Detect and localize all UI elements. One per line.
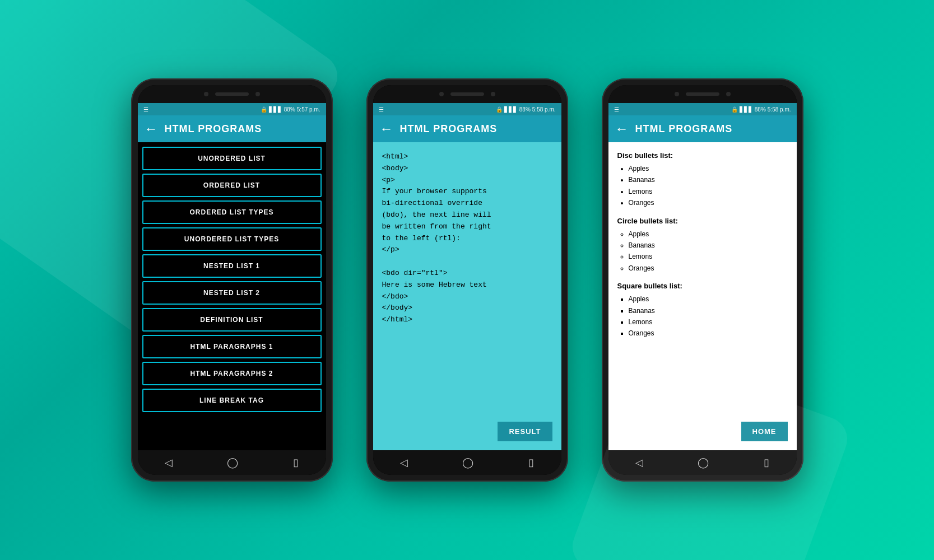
- list-item: Bananas: [629, 174, 788, 185]
- result-button[interactable]: RESULT: [498, 422, 552, 441]
- speaker-bar-2: [450, 92, 484, 96]
- screen-content-1: UNORDERED LIST ORDERED LIST ORDERED LIST…: [138, 142, 326, 450]
- menu-item-ordered-list-types[interactable]: ORDERED LIST TYPES: [142, 200, 322, 224]
- status-icon-1: ☰: [143, 106, 148, 113]
- nav-back-2[interactable]: ◁: [400, 456, 408, 469]
- menu-item-line-break-tag[interactable]: LINE BREAK TAG: [142, 389, 322, 412]
- status-right-3: 🔒 ▋▋▋ 88% 5:58 p.m.: [731, 106, 791, 113]
- square-list: Apples Bananas Lemons Oranges: [617, 293, 788, 339]
- screen-content-3: Disc bullets list: Apples Bananas Lemons…: [608, 142, 797, 450]
- camera-dot-5: [675, 92, 679, 96]
- result-screen: Disc bullets list: Apples Bananas Lemons…: [608, 142, 797, 450]
- status-time-3: 5:58 p.m.: [768, 106, 791, 113]
- back-button-3[interactable]: ←: [615, 121, 629, 137]
- home-button[interactable]: HOME: [741, 422, 788, 441]
- phone-nav-2: ◁ ◯ ▯: [373, 450, 561, 475]
- menu-item-html-paragraphs-2[interactable]: HTML PARAGRAPHS 2: [142, 362, 322, 385]
- speaker-bar-3: [686, 92, 719, 96]
- phone-top-bar-2: [373, 85, 561, 103]
- app-title-2: HTML Programs: [400, 123, 498, 135]
- status-right-2: 🔒 ▋▋▋ 88% 5:58 p.m.: [496, 106, 556, 113]
- status-bar-2: ☰ 🔒 ▋▋▋ 88% 5:58 p.m.: [373, 103, 561, 115]
- list-item: Lemons: [629, 186, 788, 197]
- status-sim-2: 🔒 ▋▋▋: [496, 106, 518, 113]
- square-list-title: Square bullets list:: [617, 282, 788, 290]
- list-item: Lemons: [629, 251, 788, 262]
- phone-3: ☰ 🔒 ▋▋▋ 88% 5:58 p.m. ← HTML Programs Di…: [602, 78, 803, 482]
- disc-list-title: Disc bullets list:: [617, 151, 788, 160]
- circle-list: Apples Bananas Lemons Oranges: [617, 228, 788, 274]
- nav-recent-1[interactable]: ▯: [293, 456, 299, 469]
- list-item: Bananas: [629, 240, 788, 251]
- status-left-2: ☰: [379, 106, 384, 113]
- phone-top-bar-1: [138, 85, 326, 103]
- code-screen: <html> <body> <p> If your browser suppor…: [373, 142, 561, 450]
- back-button-2[interactable]: ←: [380, 121, 393, 137]
- list-item: Bananas: [629, 305, 788, 316]
- app-title-3: HTML Programs: [635, 123, 733, 135]
- speaker-bar: [215, 92, 249, 96]
- code-block: <html> <body> <p> If your browser suppor…: [382, 151, 552, 441]
- status-sim-3: 🔒 ▋▋▋: [731, 106, 753, 113]
- menu-item-nested-list-2[interactable]: NESTED LIST 2: [142, 281, 322, 305]
- status-sim-1: 🔒 ▋▋▋: [261, 106, 282, 113]
- nav-home-1[interactable]: ◯: [227, 456, 238, 469]
- list-item: Oranges: [629, 263, 788, 274]
- nav-back-1[interactable]: ◁: [165, 456, 173, 469]
- screen-content-2: <html> <body> <p> If your browser suppor…: [373, 142, 561, 450]
- phone-top-bar-3: [608, 85, 797, 103]
- menu-item-unordered-list-types[interactable]: UNORDERED LIST TYPES: [142, 227, 322, 251]
- back-button-1[interactable]: ←: [145, 121, 158, 137]
- list-item: Oranges: [629, 197, 788, 208]
- menu-item-ordered-list[interactable]: ORDERED LIST: [142, 174, 322, 197]
- menu-item-nested-list-1[interactable]: NESTED LIST 1: [142, 254, 322, 278]
- circle-list-section: Circle bullets list: Apples Bananas Lemo…: [617, 217, 788, 274]
- camera-dot-3: [439, 92, 444, 96]
- nav-home-2[interactable]: ◯: [462, 456, 473, 469]
- phone-nav-3: ◁ ◯ ▯: [608, 450, 797, 475]
- status-time-2: 5:58 p.m.: [532, 106, 556, 113]
- list-item: Oranges: [629, 328, 788, 339]
- circle-list-title: Circle bullets list:: [617, 217, 788, 225]
- status-battery-1: 88%: [284, 106, 295, 113]
- camera-dot-4: [491, 92, 495, 96]
- disc-list-section: Disc bullets list: Apples Bananas Lemons…: [617, 151, 788, 209]
- nav-recent-3[interactable]: ▯: [764, 456, 769, 469]
- menu-item-unordered-list[interactable]: UNORDERED LIST: [142, 147, 322, 170]
- menu-item-definition-list[interactable]: DEFINITION LIST: [142, 308, 322, 332]
- nav-recent-2[interactable]: ▯: [528, 456, 534, 469]
- nav-back-3[interactable]: ◁: [635, 456, 643, 469]
- status-time-1: 5:57 p.m.: [297, 106, 320, 113]
- list-item: Apples: [629, 228, 788, 240]
- menu-list: UNORDERED LIST ORDERED LIST ORDERED LIST…: [138, 142, 326, 450]
- status-battery-2: 88%: [519, 106, 531, 113]
- status-icon-3: ☰: [614, 106, 619, 113]
- nav-home-3[interactable]: ◯: [698, 456, 709, 469]
- status-right-1: 🔒 ▋▋▋ 88% 5:57 p.m.: [261, 106, 320, 113]
- phone-2: ☰ 🔒 ▋▋▋ 88% 5:58 p.m. ← HTML Programs <h…: [366, 78, 568, 482]
- status-left-1: ☰: [143, 106, 148, 113]
- status-bar-3: ☰ 🔒 ▋▋▋ 88% 5:58 p.m.: [608, 103, 797, 115]
- app-header-3: ← HTML Programs: [608, 115, 797, 142]
- status-bar-1: ☰ 🔒 ▋▋▋ 88% 5:57 p.m.: [138, 103, 326, 115]
- camera-dot-2: [255, 92, 260, 96]
- camera-dot-6: [726, 92, 731, 96]
- square-list-section: Square bullets list: Apples Bananas Lemo…: [617, 282, 788, 339]
- list-item: Lemons: [629, 316, 788, 328]
- phone-nav-1: ◁ ◯ ▯: [138, 450, 326, 475]
- status-icon-2: ☰: [379, 106, 384, 113]
- app-header-1: ← HTML Programs: [138, 115, 326, 142]
- app-title-1: HTML Programs: [165, 123, 262, 135]
- status-battery-3: 88%: [755, 106, 766, 113]
- app-header-2: ← HTML Programs: [373, 115, 561, 142]
- camera-dot: [204, 92, 208, 96]
- phone-1: ☰ 🔒 ▋▋▋ 88% 5:57 p.m. ← HTML Programs UN…: [131, 78, 333, 482]
- menu-item-html-paragraphs-1[interactable]: HTML PARAGRAPHS 1: [142, 335, 322, 358]
- status-left-3: ☰: [614, 106, 619, 113]
- list-item: Apples: [629, 293, 788, 305]
- disc-list: Apples Bananas Lemons Oranges: [617, 163, 788, 209]
- list-item: Apples: [629, 163, 788, 174]
